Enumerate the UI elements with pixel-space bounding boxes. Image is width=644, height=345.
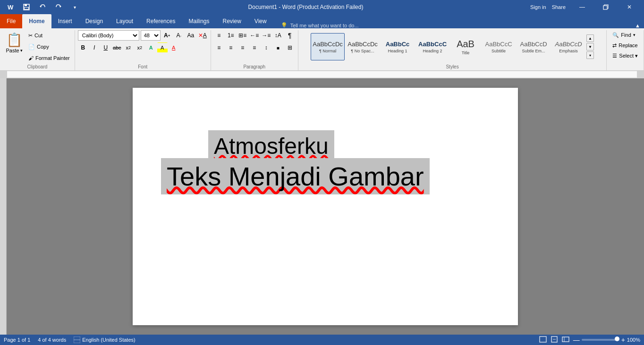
customize-quick-access[interactable]: ▾ — [68, 0, 81, 14]
tab-file[interactable]: File — [0, 14, 22, 28]
style-heading1-label: Heading 1 — [388, 49, 407, 53]
font-label: Font — [138, 63, 147, 70]
format-painter-button[interactable]: 🖌 Format Painter — [26, 53, 72, 63]
zoom-out-btn[interactable]: — — [573, 336, 580, 344]
share-btn[interactable]: Share — [552, 4, 566, 10]
content-area[interactable]: Atmosferku Teks Menjadi Gambar — [7, 78, 644, 335]
styles-scroll-up[interactable]: ▲ — [586, 34, 594, 42]
styles-scroll: ▲ ▼ ▾ — [586, 34, 594, 59]
text-block-atmosferku[interactable]: Atmosferku — [208, 130, 334, 162]
show-para-btn[interactable]: ¶ — [285, 30, 295, 41]
style-no-spacing-preview: AaBbCcDc — [347, 41, 378, 48]
bold-btn[interactable]: B — [78, 42, 88, 53]
align-right-btn[interactable]: ≡ — [237, 42, 248, 53]
sort-btn[interactable]: ↕A — [273, 30, 283, 41]
grow-font-btn[interactable]: A+ — [162, 30, 172, 41]
select-icon: ☰ — [612, 53, 617, 59]
text-block-atmosferku-wrapper: Atmosferku — [208, 130, 334, 162]
tell-me-box[interactable]: 💡 Tell me what you want to do... — [273, 22, 635, 28]
decrease-indent-btn[interactable]: ←≡ — [249, 30, 260, 41]
style-subtitle[interactable]: AaBbCcC Subtitle — [482, 33, 516, 60]
font-size-select[interactable]: 48 — [141, 30, 161, 41]
text-effects-btn[interactable]: A — [146, 42, 156, 53]
superscript-btn[interactable]: x2 — [135, 42, 145, 53]
change-case-btn[interactable]: Aa — [186, 30, 196, 41]
tab-home[interactable]: Home — [22, 14, 51, 28]
style-heading1[interactable]: AaBbCc Heading 1 — [381, 33, 415, 60]
document-page[interactable]: Atmosferku Teks Menjadi Gambar — [133, 88, 518, 325]
tab-design[interactable]: Design — [79, 14, 110, 28]
styles-gallery: AaBbCcDc ¶ Normal AaBbCcDc ¶ No Spac... … — [311, 33, 585, 60]
justify-btn[interactable]: ≡ — [249, 42, 260, 53]
shrink-font-btn[interactable]: A- — [174, 30, 184, 41]
redo-btn[interactable] — [52, 0, 65, 14]
zoom-in-btn[interactable]: + — [621, 336, 625, 344]
style-subtitle-label: Subtitle — [491, 49, 506, 53]
format-painter-label: Format Painter — [35, 55, 70, 61]
paste-button[interactable]: 📋 Paste▾ — [3, 30, 25, 63]
find-button[interactable]: 🔍 Find ▾ — [610, 30, 641, 40]
styles-scroll-down[interactable]: ▼ — [586, 43, 594, 50]
minimize-btn[interactable]: — — [571, 0, 593, 14]
select-button[interactable]: ☰ Select ▾ — [610, 51, 641, 60]
tab-references[interactable]: References — [140, 14, 182, 28]
styles-more[interactable]: ▾ — [586, 51, 594, 59]
borders-btn[interactable]: ⊞ — [285, 42, 295, 53]
word-icon[interactable]: W — [4, 0, 17, 14]
save-btn[interactable] — [20, 0, 33, 14]
style-subtle-em[interactable]: AaBbCcD Subtle Em... — [517, 33, 551, 60]
cut-button[interactable]: ✂ Cut — [26, 30, 72, 41]
restore-btn[interactable] — [595, 0, 617, 14]
strikethrough-btn[interactable]: abc — [112, 42, 122, 53]
text-block-teks[interactable]: Teks Menjadi Gambar — [161, 158, 430, 194]
format-row: B I U abc x2 x2 A A A — [78, 42, 208, 53]
style-no-spacing[interactable]: AaBbCcDc ¶ No Spac... — [346, 33, 380, 60]
tab-view[interactable]: View — [248, 14, 273, 28]
text-highlight-btn[interactable]: A — [157, 42, 168, 53]
zoom-slider[interactable] — [582, 339, 619, 341]
font-family-select[interactable]: Calibri (Body) — [78, 30, 139, 41]
style-heading2[interactable]: AaBbCcC Heading 2 — [415, 33, 449, 60]
replace-button[interactable]: ⇄ Replace — [610, 41, 641, 50]
bullets-btn[interactable]: ≡ — [214, 30, 224, 41]
style-emphasis[interactable]: AaBbCcD Emphasis — [551, 33, 585, 60]
styles-content: AaBbCcDc ¶ Normal AaBbCcDc ¶ No Spac... … — [311, 30, 594, 63]
style-subtitle-preview: AaBbCcC — [485, 41, 512, 48]
clear-format-btn[interactable]: ✕A — [197, 30, 208, 41]
sign-in-btn[interactable]: Sign in — [530, 4, 546, 10]
paste-label: Paste▾ — [6, 48, 22, 53]
lightbulb-icon: 💡 — [281, 22, 288, 28]
tab-insert[interactable]: Insert — [51, 14, 79, 28]
italic-btn[interactable]: I — [89, 42, 100, 53]
close-btn[interactable]: ✕ — [619, 0, 640, 14]
subscript-btn[interactable]: x2 — [123, 42, 134, 53]
style-title[interactable]: AaB Title — [450, 33, 481, 60]
view-print-btn[interactable] — [551, 336, 558, 344]
style-normal[interactable]: AaBbCcDc ¶ Normal — [311, 33, 345, 60]
paragraph-group: ≡ 1≡ ⊞≡ ←≡ →≡ ↕A ¶ ≡ ≡ ≡ ≡ ↕ ■ ⊞ Paragra… — [211, 30, 298, 70]
style-emphasis-preview: AaBbCcD — [555, 41, 582, 48]
numbering-btn[interactable]: 1≡ — [226, 30, 236, 41]
style-normal-preview: AaBbCcDc — [313, 41, 343, 48]
view-web-btn[interactable] — [562, 336, 569, 344]
tab-layout[interactable]: Layout — [110, 14, 140, 28]
align-center-btn[interactable]: ≡ — [226, 42, 236, 53]
tab-review[interactable]: Review — [216, 14, 247, 28]
line-spacing-btn[interactable]: ↕ — [261, 42, 271, 53]
undo-btn[interactable] — [36, 0, 49, 14]
increase-indent-btn[interactable]: →≡ — [261, 30, 271, 41]
paste-icon: 📋 — [6, 32, 23, 48]
font-color-btn[interactable]: A — [169, 42, 179, 53]
clipboard-group: 📋 Paste▾ ✂ Cut 📄 Copy 🖌 — [0, 30, 75, 70]
view-normal-btn[interactable] — [539, 336, 547, 344]
underline-btn[interactable]: U — [101, 42, 111, 53]
ribbon: 📋 Paste▾ ✂ Cut 📄 Copy 🖌 — [0, 28, 644, 71]
multilevel-btn[interactable]: ⊞≡ — [237, 30, 248, 41]
tab-mailings[interactable]: Mailings — [182, 14, 216, 28]
style-subtle-em-label: Subtle Em... — [522, 49, 545, 53]
shading-btn[interactable]: ■ — [273, 42, 283, 53]
ribbon-collapse-btn[interactable]: ▲ — [635, 23, 640, 28]
copy-button[interactable]: 📄 Copy — [26, 42, 72, 52]
style-no-spacing-label: ¶ No Spac... — [351, 49, 374, 53]
align-left-btn[interactable]: ≡ — [214, 42, 224, 53]
